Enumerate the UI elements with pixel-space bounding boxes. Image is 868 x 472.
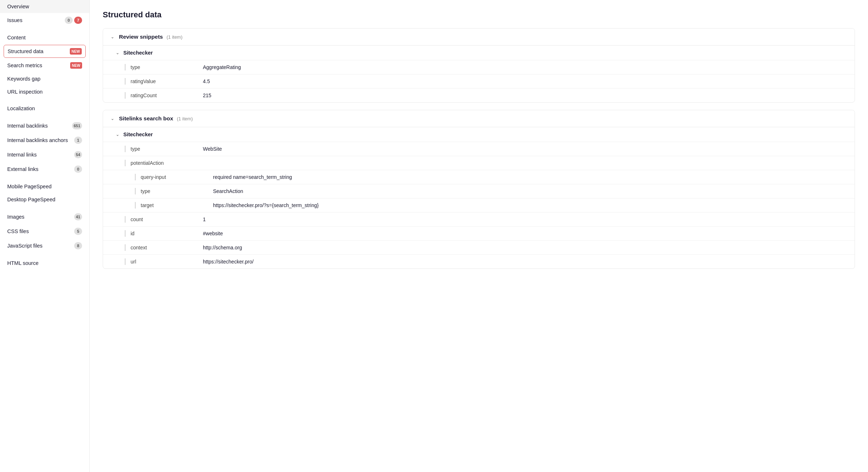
badge-new: NEW [70, 62, 82, 69]
row-label: ratingValue [131, 78, 203, 84]
badge-count: 8 [74, 242, 82, 249]
section-title: Review snippets [119, 34, 163, 40]
row-value: AggregateRating [203, 64, 848, 70]
subsection-title: Sitechecker [123, 132, 153, 137]
row-label: query-input [141, 174, 213, 180]
row-value: WebSite [203, 146, 848, 152]
row-label: type [141, 188, 213, 194]
badge-count: 0 [74, 166, 82, 173]
indent-line [125, 64, 125, 70]
chevron-down-icon: ⌄ [110, 116, 115, 121]
chevron-down-icon: ⌄ [115, 50, 120, 56]
row-label: ratingCount [131, 93, 203, 98]
row-value: http://schema.org [203, 245, 848, 250]
indent-line [135, 202, 136, 209]
row-label: count [131, 216, 203, 222]
sidebar-item-label: Internal links [7, 152, 37, 158]
sidebar-item-label: URL inspection [7, 89, 43, 95]
badge-7: 7 [74, 17, 82, 24]
indent-line [125, 146, 125, 152]
sidebar-item-overview[interactable]: Overview [0, 0, 89, 13]
indent-line [125, 160, 125, 166]
table-row: typeAggregateRating [103, 60, 855, 74]
sidebar-item-label: JavaScript files [7, 243, 43, 249]
row-value: #website [203, 231, 848, 236]
sidebar-item-html-source[interactable]: HTML source [0, 257, 89, 270]
page-title: Structured data [103, 10, 855, 20]
table-row: ratingCount215 [103, 88, 855, 102]
sidebar-item-label: Internal backlinks anchors [7, 137, 68, 143]
table-row: id#website [103, 226, 855, 240]
section-count: (1 item) [177, 116, 193, 121]
sidebar-item-label: Structured data [8, 48, 43, 54]
subsection-header[interactable]: ⌄Sitechecker [103, 46, 855, 60]
sidebar-item-internal-backlinks-anchors[interactable]: Internal backlinks anchors1 [0, 133, 89, 147]
indent-line [135, 188, 136, 194]
sidebar: OverviewIssues07ContentStructured dataNE… [0, 0, 90, 472]
row-label: type [131, 64, 203, 70]
chevron-down-icon: ⌄ [110, 34, 115, 40]
subsection-header[interactable]: ⌄Sitechecker [103, 127, 855, 142]
table-row: contexthttp://schema.org [103, 240, 855, 254]
sidebar-item-label: Overview [7, 4, 29, 9]
section-title: Sitelinks search box [119, 115, 173, 122]
badge-0: 0 [65, 17, 73, 24]
table-row: potentialAction [103, 156, 855, 170]
sidebar-item-localization[interactable]: Localization [0, 102, 89, 115]
sidebar-item-javascript-files[interactable]: JavaScript files8 [0, 239, 89, 253]
section-sitelinks-search-box: ⌄Sitelinks search box (1 item)⌄Sitecheck… [103, 110, 855, 269]
sidebar-item-structured-data[interactable]: Structured dataNEW [4, 45, 86, 58]
row-value: required name=search_term_string [213, 174, 848, 180]
sidebar-item-search-metrics[interactable]: Search metricsNEW [0, 59, 89, 72]
section-header-review-snippets[interactable]: ⌄Review snippets (1 item) [103, 29, 855, 45]
badge-count: 54 [74, 151, 82, 158]
sidebar-item-css-files[interactable]: CSS files5 [0, 224, 89, 239]
badge-count: 651 [72, 122, 82, 129]
subsection-title: Sitechecker [123, 50, 153, 56]
table-row: targethttps://sitechecker.pro/?s={search… [103, 198, 855, 212]
sidebar-item-keywords-gap[interactable]: Keywords gap [0, 72, 89, 85]
sidebar-item-label: Issues [7, 17, 22, 23]
row-label: target [141, 202, 213, 208]
sidebar-item-url-inspection[interactable]: URL inspection [0, 85, 89, 98]
row-label: url [131, 259, 203, 265]
sidebar-item-label: Localization [7, 106, 35, 111]
section-count: (1 item) [166, 34, 182, 40]
row-label: context [131, 245, 203, 250]
indent-line [125, 78, 125, 85]
row-value: https://sitechecker.pro/ [203, 259, 848, 265]
sidebar-item-desktop-pagespeed[interactable]: Desktop PageSpeed [0, 193, 89, 206]
sidebar-item-content[interactable]: Content [0, 31, 89, 44]
indent-line [125, 230, 125, 237]
row-value: SearchAction [213, 188, 848, 194]
subsection-sitechecker-review: ⌄SitecheckertypeAggregateRatingratingVal… [103, 45, 855, 102]
badge-count: 41 [74, 213, 82, 220]
table-row: count1 [103, 212, 855, 226]
sidebar-item-label: Mobile PageSpeed [7, 184, 52, 189]
sidebar-item-internal-backlinks[interactable]: Internal backlinks651 [0, 119, 89, 133]
section-header-sitelinks-search-box[interactable]: ⌄Sitelinks search box (1 item) [103, 110, 855, 127]
sidebar-item-label: CSS files [7, 228, 29, 234]
sidebar-item-label: External links [7, 166, 38, 172]
row-label: type [131, 146, 203, 152]
table-row: typeWebSite [103, 142, 855, 156]
subsection-sitechecker-sitelinks: ⌄SitecheckertypeWebSitepotentialActionqu… [103, 127, 855, 269]
sidebar-item-internal-links[interactable]: Internal links54 [0, 147, 89, 162]
section-review-snippets: ⌄Review snippets (1 item)⌄Sitecheckertyp… [103, 28, 855, 103]
sidebar-item-issues[interactable]: Issues07 [0, 13, 89, 27]
sidebar-item-images[interactable]: Images41 [0, 210, 89, 224]
indent-line [125, 244, 125, 251]
sidebar-item-external-links[interactable]: External links0 [0, 162, 89, 176]
sidebar-item-label: Desktop PageSpeed [7, 197, 55, 202]
badge-count: 1 [74, 137, 82, 144]
badge-new: NEW [70, 48, 82, 55]
chevron-down-icon: ⌄ [115, 132, 120, 137]
table-row: typeSearchAction [103, 184, 855, 198]
row-value: 4.5 [203, 78, 848, 84]
sidebar-item-label: Internal backlinks [7, 123, 48, 129]
sidebar-item-label: Content [7, 35, 26, 40]
row-value: https://sitechecker.pro/?s={search_term_… [213, 202, 848, 208]
indent-line [125, 216, 125, 223]
badge-count: 5 [74, 228, 82, 235]
sidebar-item-mobile-pagespeed[interactable]: Mobile PageSpeed [0, 180, 89, 193]
